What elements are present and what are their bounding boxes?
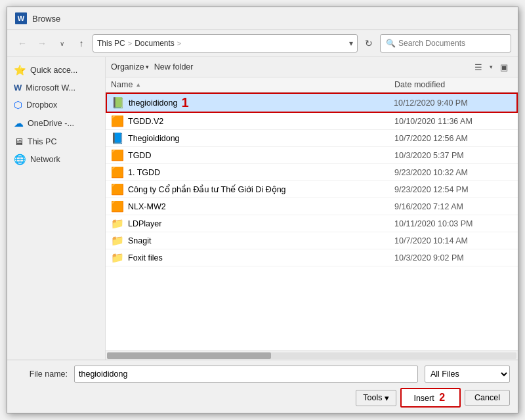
pane-button[interactable]: ▣ [495,60,513,74]
file-name-cell: 📗 thegioididong 1 [112,95,394,110]
table-row[interactable]: 📁 LDPlayer 10/11/2020 10:03 PM [106,215,518,232]
badge-1: 1 [181,95,188,110]
onedrive-icon: ☁ [14,117,24,129]
file-date: 10/7/2020 10:14 AM [394,236,513,245]
table-row[interactable]: 🟧 TGDD 10/3/2020 5:37 PM [106,147,518,164]
sidebar-item-dropbox[interactable]: ⬡ Dropbox [7,96,105,114]
table-row[interactable]: 📘 Thegioididong 10/7/2020 12:56 AM [106,130,518,147]
file-name: NLX-MW2 [128,202,166,211]
content-area: ⭐ Quick acce... W Microsoft W... ⬡ Dropb… [7,57,518,360]
address-toolbar: ← → ∨ ↑ This PC > Documents > ▾ ↻ 🔍 [7,30,518,57]
organize-chevron-icon: ▾ [146,64,149,70]
file-name-cell: 🟧 TGDD.V2 [111,115,394,127]
file-name: Công ty Cổ phần Đầu tư Thế Giới Di Động [128,184,286,194]
dialog-title: Browse [32,14,60,24]
file-icon: 🟧 [111,183,124,196]
sidebar-label-dropbox: Dropbox [26,100,57,110]
microsoft-icon: W [14,83,22,93]
scrollbar-thumb [107,352,271,359]
bottom-bar: File name: All Files Tools ▾ Insert 2 Ca… [7,360,518,413]
insert-button[interactable]: Insert 2 [400,388,461,408]
file-name-cell: 📁 Foxit files [111,251,394,264]
file-icon: 🟧 [111,166,124,178]
sidebar-label-quick-access: Quick acce... [30,66,77,75]
new-folder-button[interactable]: New folder [154,62,194,72]
quick-access-icon: ⭐ [14,64,26,76]
file-name-cell: 🟧 TGDD [111,149,394,161]
sidebar-label-this-pc: This PC [28,137,56,146]
file-icon: 🟧 [111,149,124,161]
col-name-header[interactable]: Name ▲ [111,80,394,89]
sidebar-item-quick-access[interactable]: ⭐ Quick acce... [7,61,105,79]
folder-icon: 📁 [111,217,124,230]
tools-button[interactable]: Tools ▾ [356,390,396,406]
scrollbar-track [107,352,516,359]
action-row: Tools ▾ Insert 2 Cancel [15,388,510,408]
badge-2: 2 [439,392,445,403]
file-icon: 🟧 [111,115,124,127]
table-row[interactable]: 📁 Snagit 10/7/2020 10:14 AM [106,232,518,249]
folder-icon: 📁 [111,234,124,247]
file-name-cell: 🟧 1. TGDD [111,166,394,178]
main-toolbar: Organize ▾ New folder ☰ ▾ ▣ [106,57,518,77]
search-input[interactable] [398,39,505,48]
main-panel: Organize ▾ New folder ☰ ▾ ▣ Name ▲ Date … [106,57,518,360]
folder-icon: 📁 [111,251,124,264]
table-row[interactable]: 📁 Foxit files 10/3/2020 9:02 PM [106,249,518,266]
sidebar-label-network: Network [30,155,60,164]
sidebar-item-microsoft[interactable]: W Microsoft W... [7,79,105,96]
address-sep2: > [177,39,181,47]
file-date: 9/16/2020 7:12 AM [394,202,513,211]
filename-label: File name: [15,369,68,379]
tools-chevron-icon: ▾ [385,393,389,403]
horizontal-scrollbar[interactable] [106,350,518,360]
file-name: 1. TGDD [128,168,160,177]
file-name: LDPlayer [128,219,161,228]
address-dropdown-button[interactable]: ▾ [349,39,353,48]
app-icon: W [15,12,27,24]
sidebar-item-this-pc[interactable]: 🖥 This PC [7,133,105,150]
dropdown-button[interactable]: ∨ [53,35,70,52]
network-icon: 🌐 [14,154,26,165]
refresh-button[interactable]: ↻ [360,35,377,52]
back-button[interactable]: ← [14,35,31,52]
filename-row: File name: All Files [15,366,510,383]
dropbox-icon: ⬡ [14,99,22,111]
sidebar-label-onedrive: OneDrive -... [28,119,74,128]
browse-dialog: W Browse ← → ∨ ↑ This PC > Documents > ▾… [7,7,518,413]
sidebar-item-onedrive[interactable]: ☁ OneDrive -... [7,114,105,133]
view-list-button[interactable]: ☰ [470,60,487,74]
search-box[interactable]: 🔍 [380,34,511,52]
file-name-cell: 📘 Thegioididong [111,132,394,144]
file-name: Thegioididong [128,134,180,143]
sidebar-item-network[interactable]: 🌐 Network [7,150,105,169]
file-list-header: Name ▲ Date modified [106,77,518,93]
up-button[interactable]: ↑ [73,35,90,52]
filename-input[interactable] [74,366,418,383]
file-date: 10/10/2020 11:36 AM [394,117,513,126]
table-row[interactable]: 📗 thegioididong 1 10/12/2020 9:40 PM [106,93,518,113]
col-date-header[interactable]: Date modified [394,80,513,89]
organize-button[interactable]: Organize ▾ [111,62,149,72]
table-row[interactable]: 🟧 NLX-MW2 9/16/2020 7:12 AM [106,198,518,215]
file-date: 9/23/2020 12:54 PM [394,185,513,194]
file-name-cell: 🟧 Công ty Cổ phần Đầu tư Thế Giới Di Độn… [111,183,394,196]
table-row[interactable]: 🟧 1. TGDD 9/23/2020 10:32 AM [106,164,518,181]
cancel-button[interactable]: Cancel [465,390,510,406]
file-date: 10/3/2020 9:02 PM [394,253,513,262]
file-date: 10/7/2020 12:56 AM [394,134,513,143]
file-name-cell: 📁 LDPlayer [111,217,394,230]
this-pc-icon: 🖥 [14,136,24,147]
address-bar[interactable]: This PC > Documents > ▾ [93,34,358,52]
table-row[interactable]: 🟧 Công ty Cổ phần Đầu tư Thế Giới Di Độn… [106,181,518,198]
excel-icon: 📗 [112,96,125,109]
file-name: Snagit [128,236,151,245]
table-row[interactable]: 🟧 TGDD.V2 10/10/2020 11:36 AM [106,113,518,130]
file-icon: 🟧 [111,200,124,213]
file-date: 9/23/2020 10:32 AM [394,168,513,177]
file-list: 📗 thegioididong 1 10/12/2020 9:40 PM 🟧 T… [106,93,518,350]
forward-button[interactable]: → [33,35,51,52]
filetype-select[interactable]: All Files [425,366,510,383]
sidebar: ⭐ Quick acce... W Microsoft W... ⬡ Dropb… [7,57,106,360]
address-documents: Documents [135,39,175,48]
